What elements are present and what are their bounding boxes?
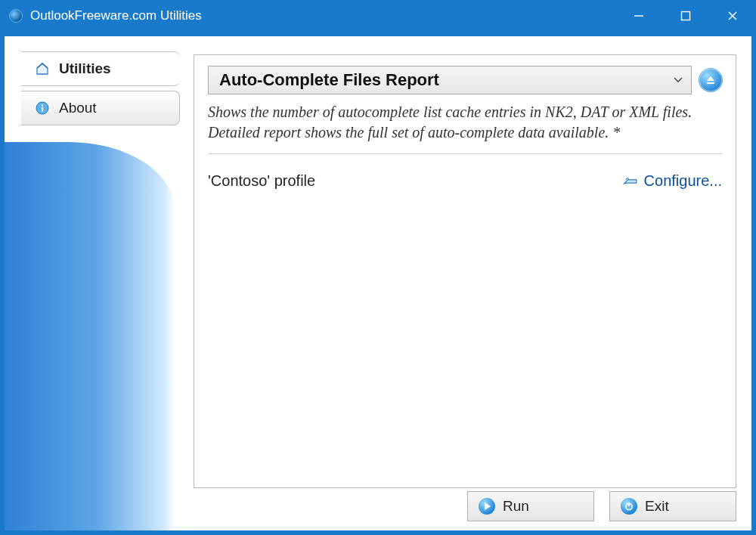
utility-dropdown-label: Auto-Complete Files Report xyxy=(219,70,439,90)
play-icon xyxy=(479,498,495,515)
eject-icon xyxy=(705,75,716,85)
exit-button[interactable]: Exit xyxy=(609,491,736,521)
client-area: Outlook Freeware .com Utilities xyxy=(5,36,751,530)
sidebar-item-label: Utilities xyxy=(59,60,111,77)
utility-description: Shows the number of autocomplete list ca… xyxy=(208,102,722,154)
window-controls xyxy=(615,0,756,32)
app-icon xyxy=(9,9,23,23)
configure-label: Configure... xyxy=(644,172,722,190)
run-label: Run xyxy=(503,498,529,515)
svg-rect-5 xyxy=(42,107,43,112)
maximize-button[interactable] xyxy=(662,0,709,32)
svg-rect-1 xyxy=(682,12,690,20)
window-title: OutlookFreeware.com Utilities xyxy=(30,8,615,23)
sidebar-item-utilities[interactable]: Utilities xyxy=(21,51,180,86)
tag-icon xyxy=(623,174,638,189)
configure-link[interactable]: Configure... xyxy=(623,172,722,190)
svg-rect-7 xyxy=(707,82,714,84)
minimize-button[interactable] xyxy=(615,0,662,32)
main-panel: Auto-Complete Files Report Shows the num… xyxy=(194,54,736,488)
run-button[interactable]: Run xyxy=(467,491,594,521)
titlebar: OutlookFreeware.com Utilities xyxy=(0,0,756,32)
sidebar-item-about[interactable]: About xyxy=(21,91,180,125)
decorative-band xyxy=(5,142,175,530)
exit-label: Exit xyxy=(645,498,669,515)
profile-row: 'Contoso' profile Configure... xyxy=(208,172,722,190)
chevron-down-icon xyxy=(673,74,683,86)
sidebar-item-label: About xyxy=(59,100,97,116)
profile-label: 'Contoso' profile xyxy=(208,172,315,190)
power-icon xyxy=(621,498,637,515)
home-icon xyxy=(35,61,50,76)
sidebar: Utilities About xyxy=(21,51,180,130)
utility-dropdown[interactable]: Auto-Complete Files Report xyxy=(208,66,692,94)
eject-button[interactable] xyxy=(699,69,722,91)
utility-selector-row: Auto-Complete Files Report xyxy=(208,66,722,94)
svg-point-8 xyxy=(626,178,628,180)
window-body: Outlook Freeware .com Utilities xyxy=(0,32,756,535)
svg-rect-6 xyxy=(42,104,43,106)
info-icon xyxy=(35,101,50,116)
bottom-bar: Run Exit xyxy=(467,491,736,521)
close-button[interactable] xyxy=(709,0,756,32)
